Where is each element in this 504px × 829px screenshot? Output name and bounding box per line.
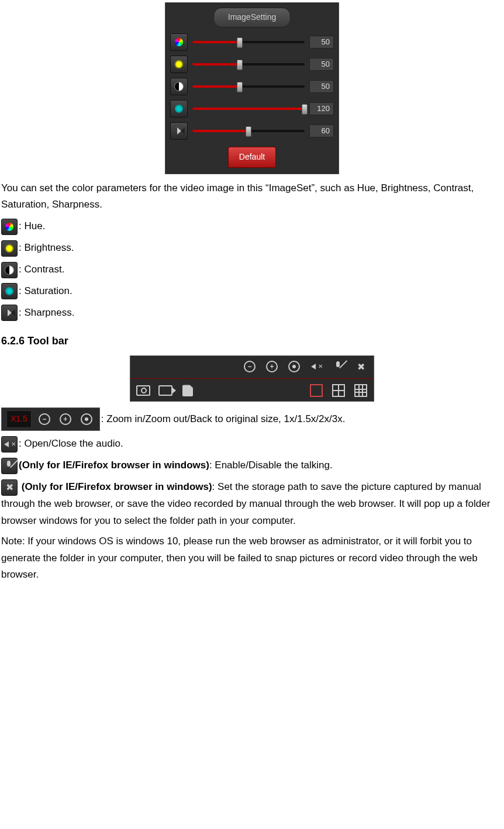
zoom-level-label: X1.5 [6, 410, 32, 428]
contrast-icon [170, 78, 188, 95]
sharpness-value[interactable] [309, 125, 334, 137]
legend-brightness: : Brightness. [1, 240, 503, 257]
legend-audio: : Open/Close the audio. [1, 436, 503, 453]
contrast-slider[interactable] [192, 85, 305, 88]
legend-storage-bold: (Only for IE/Firefox browser in windows) [22, 481, 212, 492]
legend-talking: (Only for IE/Firefox browser in windows)… [1, 457, 503, 474]
hue-icon [1, 219, 18, 235]
slider-row-contrast [165, 75, 339, 98]
saturation-icon [170, 100, 188, 118]
sharpness-icon [1, 305, 18, 321]
zoom-in-icon[interactable]: + [264, 360, 280, 374]
record-icon[interactable] [157, 384, 174, 398]
mic-mute-icon[interactable] [330, 360, 347, 374]
layout-9-icon[interactable] [353, 384, 369, 398]
zoom-in-icon[interactable]: + [57, 412, 74, 426]
legend-hue: : Hue. [1, 218, 503, 235]
brightness-slider[interactable] [192, 63, 305, 65]
imagesetting-tab[interactable]: ImageSetting [213, 8, 291, 27]
tools-icon: ✖ [1, 479, 18, 496]
slider-row-sharpness [165, 120, 339, 142]
layout-1-icon[interactable] [308, 384, 325, 398]
legend-contrast: : Contrast. [1, 261, 503, 278]
hue-value[interactable] [309, 36, 334, 49]
toolbar-figure: − + ✖ [130, 355, 374, 402]
saturation-slider[interactable] [192, 108, 305, 110]
imagesetting-panel: ImageSetting [165, 2, 339, 174]
legend-hue-text: : Hue. [19, 218, 45, 235]
legend-storage: ✖ (Only for IE/Firefox browser in window… [1, 479, 503, 530]
slider-row-hue [165, 31, 339, 53]
snapshot-icon[interactable] [135, 384, 151, 398]
legend-audio-text: : Open/Close the audio. [19, 436, 123, 453]
audio-mute-icon[interactable] [308, 360, 325, 374]
legend-saturation: : Saturation. [1, 283, 503, 300]
zoom-reset-icon[interactable] [286, 360, 302, 374]
brightness-icon [1, 240, 18, 257]
saturation-value[interactable] [309, 102, 334, 115]
layout-4-icon[interactable] [330, 384, 347, 398]
sharpness-icon [170, 122, 188, 140]
tools-icon[interactable]: ✖ [353, 360, 369, 374]
contrast-value[interactable] [309, 80, 334, 93]
legend-sharpness-text: : Sharpness. [19, 305, 74, 322]
hue-icon [170, 33, 188, 51]
zoom-reset-icon[interactable] [78, 412, 95, 426]
legend-sharpness: : Sharpness. [1, 305, 503, 322]
default-button[interactable]: Default [228, 147, 276, 168]
section-heading-626: 6.2.6 Tool bar [1, 332, 503, 350]
zoom-widget: X1.5 − + [1, 407, 100, 431]
sdcard-icon[interactable] [179, 384, 196, 398]
note-paragraph: Note: If your windows OS is windows 10, … [1, 533, 503, 584]
legend-talking-text: : Enable/Disable the talking. [209, 460, 333, 471]
zoom-out-icon[interactable]: − [241, 360, 258, 374]
legend-zoom: X1.5 − + : Zoom in/Zoom out/Back to orig… [1, 407, 503, 431]
audio-mute-icon [1, 436, 18, 453]
saturation-icon [1, 283, 18, 299]
zoom-out-icon[interactable]: − [36, 412, 53, 426]
hue-slider[interactable] [192, 41, 305, 43]
sharpness-slider[interactable] [192, 130, 305, 132]
legend-brightness-text: : Brightness. [19, 240, 74, 257]
slider-row-saturation [165, 98, 339, 120]
brightness-value[interactable] [309, 58, 334, 71]
contrast-icon [1, 262, 18, 278]
mic-mute-icon [1, 458, 18, 474]
slider-row-brightness [165, 53, 339, 75]
legend-saturation-text: : Saturation. [19, 283, 73, 300]
intro-paragraph: You can set the color parameters for the… [1, 180, 503, 214]
brightness-icon [170, 56, 188, 73]
legend-talking-bold: (Only for IE/Firefox browser in windows) [19, 460, 209, 471]
legend-zoom-text: : Zoom in/Zoom out/Back to original size… [101, 411, 346, 428]
legend-contrast-text: : Contrast. [19, 261, 64, 278]
